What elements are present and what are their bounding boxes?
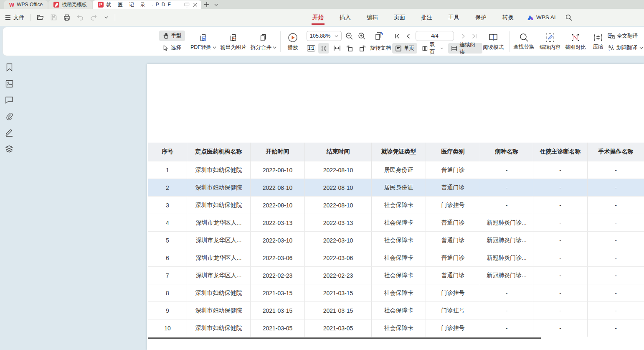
double-page-button[interactable]: 双页: [419, 43, 446, 54]
last-page-button[interactable]: [469, 31, 479, 41]
table-cell: 2021-03-05: [305, 319, 372, 337]
zoom-level-select[interactable]: 105.88%: [307, 31, 342, 41]
one-to-one-icon: 1:1: [307, 45, 315, 51]
play-button[interactable]: 播放: [282, 31, 304, 53]
single-page-button[interactable]: 单页: [392, 43, 417, 54]
menu-home[interactable]: 开始: [312, 11, 325, 24]
pdf-page[interactable]: 序号 定点医药机构名称 开始时间 结束时间 就诊凭证类型 医疗类别 病种名称 住…: [147, 64, 644, 350]
pdf-convert-button[interactable]: PDF转换: [189, 31, 218, 53]
first-page-button[interactable]: [392, 31, 402, 41]
split-merge-button[interactable]: 拆分合并: [249, 31, 278, 53]
tab-wps-office[interactable]: W WPS Office: [4, 0, 48, 9]
screenshot-compare-button[interactable]: 截图对比: [563, 31, 588, 53]
table-row[interactable]: 10深圳市妇幼保健院2021-03-052021-03-05社会保障卡门诊挂号-…: [148, 319, 644, 337]
table-row[interactable]: 8深圳市妇幼保健院2021-03-152021-03-15社会保障卡门诊挂号--…: [148, 284, 644, 301]
edit-content-button[interactable]: 编辑内容: [538, 31, 563, 53]
rotate-doc-label[interactable]: 旋转文档: [369, 43, 392, 53]
monitor-icon[interactable]: [184, 2, 190, 8]
fit-width-button[interactable]: [332, 43, 342, 53]
find-replace-button[interactable]: 查找替换: [511, 31, 537, 53]
table-cell: -: [533, 319, 588, 337]
edit-content-icon: [545, 33, 555, 42]
table-row[interactable]: 7深圳市龙华区人...2022-02-232022-02-23社会保障卡普通门诊…: [148, 266, 644, 284]
zoom-out-button[interactable]: [344, 31, 355, 41]
table-cell: 门诊挂号: [426, 284, 480, 301]
table-row[interactable]: 4深圳市龙华区人...2022-03-132022-03-13社会保障卡普通门诊…: [148, 214, 644, 231]
bookmark-icon[interactable]: [5, 63, 14, 72]
compress-label: 压缩: [593, 43, 603, 51]
compress-button[interactable]: 压缩: [589, 31, 607, 53]
tab-docer-templates[interactable]: 找稻壳模板: [48, 0, 92, 9]
read-mode-button[interactable]: 阅读模式: [482, 31, 505, 53]
page-number-input[interactable]: [416, 31, 454, 41]
next-page-icon: [461, 33, 465, 39]
table-cell: -: [480, 179, 533, 196]
tab-medical-record-pdf[interactable]: P 就 医 记 录 .PDF: [93, 0, 201, 9]
layers-icon[interactable]: [5, 144, 14, 153]
rotate-pages-button[interactable]: [373, 30, 385, 42]
menu-bar: 开始 插入 编辑 页面 批注 工具 保护 转换: [312, 11, 515, 24]
table-cell: 2022-08-10: [251, 161, 305, 179]
save-icon[interactable]: [50, 14, 57, 21]
prev-page-button[interactable]: [403, 31, 413, 41]
attachment-icon[interactable]: [5, 112, 14, 121]
menu-protect[interactable]: 保护: [474, 11, 487, 24]
file-menu-button[interactable]: 文件: [5, 14, 24, 21]
menu-edit[interactable]: 编辑: [366, 11, 379, 24]
full-translate-button[interactable]: 全文翻译: [608, 31, 644, 41]
close-tab-icon[interactable]: [192, 2, 198, 8]
actual-size-button[interactable]: 1:1: [306, 43, 317, 53]
quick-access-chevron-icon[interactable]: [103, 15, 109, 20]
table-cell: 深圳市妇幼保健院: [187, 197, 251, 214]
rotate-left-icon: [346, 44, 354, 52]
thumbnail-icon[interactable]: [5, 79, 14, 88]
menu-convert[interactable]: 转换: [502, 11, 515, 24]
menu-tools[interactable]: 工具: [447, 11, 460, 24]
table-row[interactable]: 5深圳市龙华区人...2022-03-102022-03-10社会保障卡普通门诊…: [148, 231, 644, 249]
play-label: 播放: [288, 44, 298, 51]
table-cell: -: [588, 284, 644, 301]
hand-tool-button[interactable]: 手型: [159, 31, 185, 41]
table-row[interactable]: 3深圳市妇幼保健院2022-08-102022-08-10社会保障卡门诊挂号--…: [148, 196, 644, 214]
redo-icon[interactable]: [90, 14, 97, 21]
tab-list-chevron-icon[interactable]: [213, 2, 219, 8]
find-replace-label: 查找替换: [513, 43, 534, 51]
table-cell: 新冠肺炎门诊...: [480, 249, 533, 266]
menu-insert[interactable]: 插入: [339, 11, 352, 24]
zoom-in-button[interactable]: [356, 31, 367, 41]
split-merge-label: 拆分合并: [251, 44, 271, 51]
next-page-button[interactable]: [458, 31, 468, 41]
word-translate-button[interactable]: 划词翻译: [608, 43, 644, 52]
continuous-reading-button[interactable]: 连续阅读: [448, 43, 482, 54]
signature-icon[interactable]: [5, 128, 14, 137]
table-header: 病种名称: [480, 143, 533, 161]
chevron-down-icon: [213, 46, 216, 49]
menu-search-icon[interactable]: [565, 14, 573, 21]
comment-icon[interactable]: [5, 95, 14, 105]
last-page-icon: [472, 33, 477, 39]
rotate-right-button[interactable]: [357, 43, 368, 53]
table-row[interactable]: 6深圳市龙华区人...2022-03-062022-03-06社会保障卡普通门诊…: [148, 249, 644, 266]
menu-comment[interactable]: 批注: [420, 11, 433, 24]
table-row[interactable]: 2深圳市妇幼保健院2022-08-102022-08-10居民身份证普通门诊--…: [148, 179, 644, 196]
wps-ai-button[interactable]: WPS AI: [527, 14, 556, 20]
menu-page[interactable]: 页面: [393, 11, 406, 24]
table-cell: -: [588, 179, 644, 196]
table-cell: -: [588, 249, 644, 266]
open-file-icon[interactable]: [36, 14, 44, 21]
print-icon[interactable]: [63, 14, 71, 21]
table-row[interactable]: 1深圳市妇幼保健院2022-08-102022-08-10居民身份证普通门诊--…: [148, 161, 644, 179]
fit-page-icon: [321, 45, 326, 52]
table-row[interactable]: 9深圳市妇幼保健院2021-03-152021-03-15社会保障卡门诊挂号--…: [148, 301, 644, 319]
rotate-left-button[interactable]: [344, 43, 355, 53]
fit-page-button[interactable]: [318, 43, 329, 54]
new-tab-icon[interactable]: [204, 2, 210, 8]
table-cell: 深圳市妇幼保健院: [187, 161, 251, 179]
undo-icon[interactable]: [76, 14, 84, 21]
full-translate-label: 全文翻译: [617, 33, 638, 40]
table-cell: 深圳市妇幼保健院: [187, 319, 251, 337]
table-cell: 2022-03-13: [305, 214, 372, 231]
select-tool-button[interactable]: 选择: [159, 43, 185, 53]
export-image-button[interactable]: 输出为图片: [218, 31, 248, 53]
table-cell: 2022-03-06: [305, 249, 372, 266]
